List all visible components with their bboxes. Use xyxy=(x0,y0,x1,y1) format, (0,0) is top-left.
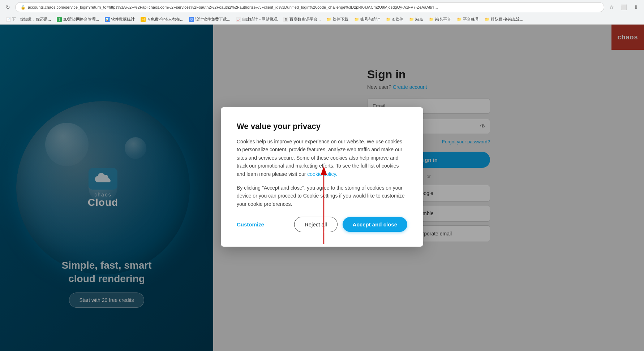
bookmark-item[interactable]: 📁 站点 xyxy=(407,16,425,23)
reject-all-button[interactable]: Reject all xyxy=(294,217,338,232)
bookmark-star-icon[interactable]: ☆ xyxy=(607,3,616,12)
download-icon[interactable]: ⬇ xyxy=(632,3,640,12)
accept-close-button[interactable]: Accept and close xyxy=(343,217,407,232)
customize-button[interactable]: Customize xyxy=(237,221,264,228)
extension-icon[interactable]: ⬜ xyxy=(619,3,628,12)
bookmark-item[interactable]: 📁 软件下载 xyxy=(324,16,351,23)
bookmark-favicon: 设 xyxy=(189,17,194,22)
modal-backdrop: We value your privacy Cookies help us im… xyxy=(0,25,644,351)
bookmark-item[interactable]: 设 设计软件免费下载... xyxy=(187,16,232,23)
bookmark-favicon: 百 xyxy=(283,17,288,22)
cookie-modal-title: We value your privacy xyxy=(237,122,407,131)
browser-chrome: ↻ 🔒 accounts.chaos.com/service_login?ret… xyxy=(0,0,644,25)
bookmark-item[interactable]: 📊 软件数据统计 xyxy=(103,16,137,23)
reload-button[interactable]: ↻ xyxy=(4,3,12,12)
cookie-body-paragraph1: Cookies help us improve your experience … xyxy=(237,138,407,178)
bookmark-item[interactable]: 📁 账号与统计 xyxy=(352,16,382,23)
bookmark-item[interactable]: 百 百度数资源平台... xyxy=(281,16,323,23)
bookmark-item[interactable]: 习 习免费-年轻人都在... xyxy=(138,16,185,23)
browser-toolbar-icons: ☆ ⬜ ⬇ xyxy=(607,3,640,12)
cookie-actions: Customize Reject all Accept and close xyxy=(237,217,407,232)
bookmark-favicon: 习 xyxy=(141,17,146,22)
address-bar[interactable]: 🔒 accounts.chaos.com/service_login?retur… xyxy=(15,2,604,12)
address-bar-row: ↻ 🔒 accounts.chaos.com/service_login?ret… xyxy=(0,0,644,14)
cookie-buttons: Reject all Accept and close xyxy=(294,217,407,232)
bookmark-item[interactable]: 📁 ai软件 xyxy=(384,16,405,23)
bookmark-favicon: 3 xyxy=(57,17,62,22)
bookmark-item[interactable]: 📄 下，你知道，你还是... xyxy=(4,16,53,23)
page-content: chaos Cloud Simple, fast, smart cloud re… xyxy=(0,25,644,351)
bookmark-favicon: 📄 xyxy=(6,17,11,22)
bookmark-item[interactable]: 📁 平台账号 xyxy=(455,16,481,23)
security-icon: 🔒 xyxy=(21,5,26,10)
bookmark-item[interactable]: 📈 自建统计 - 网站概况 xyxy=(234,16,280,23)
cookie-policy-link[interactable]: cookie policy. xyxy=(307,171,337,177)
cookie-modal: We value your privacy Cookies help us im… xyxy=(221,107,423,247)
cookie-body-paragraph2: By clicking "Accept and close", you agre… xyxy=(237,184,407,208)
bookmark-item[interactable]: 📁 排队目-各站点流... xyxy=(482,16,525,23)
bookmark-favicon: 📊 xyxy=(105,17,110,22)
url-text: accounts.chaos.com/service_login?return_… xyxy=(28,5,438,9)
bookmarks-bar: 📄 下，你知道，你还是... 3 3D渲染网络台管理... 📊 软件数据统计 习… xyxy=(0,14,644,25)
bookmark-favicon: 📈 xyxy=(236,17,241,22)
bookmark-item[interactable]: 📁 站长平台 xyxy=(427,16,453,23)
bookmark-item[interactable]: 3 3D渲染网络台管理... xyxy=(55,16,101,23)
